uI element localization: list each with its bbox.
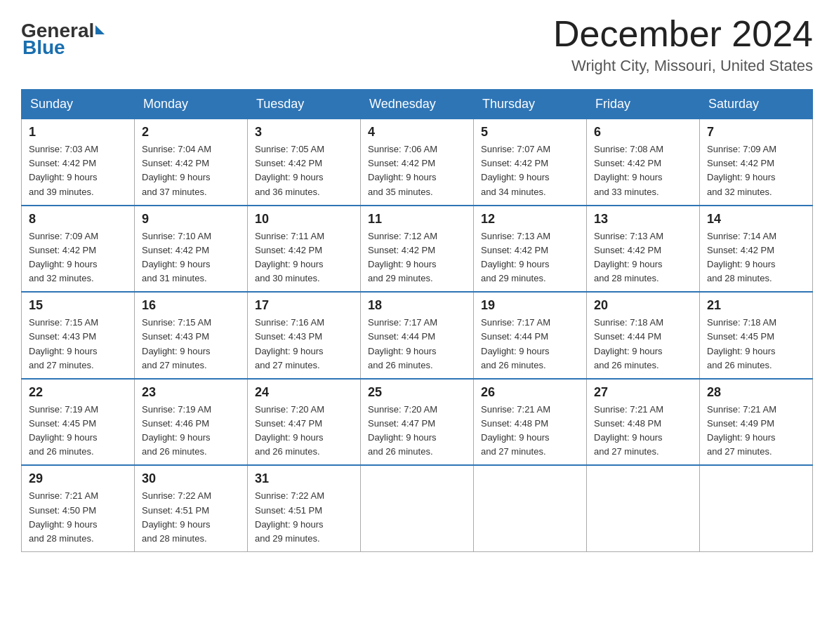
day-number: 27 bbox=[594, 385, 692, 400]
day-cell-26: 26Sunrise: 7:21 AMSunset: 4:48 PMDayligh… bbox=[474, 379, 587, 466]
day-cell-1: 1Sunrise: 7:03 AMSunset: 4:42 PMDaylight… bbox=[22, 119, 135, 206]
day-info: Sunrise: 7:21 AMSunset: 4:49 PMDaylight:… bbox=[707, 403, 805, 459]
day-number: 7 bbox=[707, 125, 805, 140]
day-number: 11 bbox=[368, 212, 466, 227]
day-header-thursday: Thursday bbox=[474, 90, 587, 119]
day-info: Sunrise: 7:16 AMSunset: 4:43 PMDaylight:… bbox=[255, 316, 353, 373]
day-header-tuesday: Tuesday bbox=[248, 90, 361, 119]
day-header-wednesday: Wednesday bbox=[361, 90, 474, 119]
logo-icon: General Blue bbox=[21, 21, 105, 58]
day-number: 19 bbox=[481, 298, 579, 313]
day-cell-21: 21Sunrise: 7:18 AMSunset: 4:45 PMDayligh… bbox=[700, 292, 813, 379]
day-info: Sunrise: 7:07 AMSunset: 4:42 PMDaylight:… bbox=[481, 142, 579, 199]
day-cell-25: 25Sunrise: 7:20 AMSunset: 4:47 PMDayligh… bbox=[361, 379, 474, 466]
day-cell-20: 20Sunrise: 7:18 AMSunset: 4:44 PMDayligh… bbox=[587, 292, 700, 379]
day-cell-28: 28Sunrise: 7:21 AMSunset: 4:49 PMDayligh… bbox=[700, 379, 813, 466]
day-info: Sunrise: 7:10 AMSunset: 4:42 PMDaylight:… bbox=[142, 229, 240, 286]
day-number: 21 bbox=[707, 298, 805, 313]
day-cell-23: 23Sunrise: 7:19 AMSunset: 4:46 PMDayligh… bbox=[135, 379, 248, 466]
day-info: Sunrise: 7:17 AMSunset: 4:44 PMDaylight:… bbox=[481, 316, 579, 373]
day-info: Sunrise: 7:22 AMSunset: 4:51 PMDaylight:… bbox=[142, 489, 240, 546]
day-number: 18 bbox=[368, 298, 466, 313]
day-info: Sunrise: 7:20 AMSunset: 4:47 PMDaylight:… bbox=[368, 403, 466, 459]
day-cell-5: 5Sunrise: 7:07 AMSunset: 4:42 PMDaylight… bbox=[474, 119, 587, 206]
day-cell-22: 22Sunrise: 7:19 AMSunset: 4:45 PMDayligh… bbox=[22, 379, 135, 466]
day-info: Sunrise: 7:20 AMSunset: 4:47 PMDaylight:… bbox=[255, 403, 353, 459]
day-number: 6 bbox=[594, 125, 692, 140]
day-header-saturday: Saturday bbox=[700, 90, 813, 119]
day-number: 12 bbox=[481, 212, 579, 227]
day-number: 8 bbox=[29, 212, 127, 227]
week-row-4: 22Sunrise: 7:19 AMSunset: 4:45 PMDayligh… bbox=[22, 379, 813, 466]
day-number: 10 bbox=[255, 212, 353, 227]
day-header-sunday: Sunday bbox=[22, 90, 135, 119]
day-info: Sunrise: 7:15 AMSunset: 4:43 PMDaylight:… bbox=[142, 316, 240, 373]
day-number: 16 bbox=[142, 298, 240, 313]
day-number: 25 bbox=[368, 385, 466, 400]
day-number: 30 bbox=[142, 471, 240, 486]
day-info: Sunrise: 7:14 AMSunset: 4:42 PMDaylight:… bbox=[707, 229, 805, 286]
day-info: Sunrise: 7:08 AMSunset: 4:42 PMDaylight:… bbox=[594, 142, 692, 199]
day-number: 22 bbox=[29, 385, 127, 400]
day-number: 17 bbox=[255, 298, 353, 313]
day-number: 24 bbox=[255, 385, 353, 400]
empty-cell bbox=[361, 465, 474, 551]
day-info: Sunrise: 7:21 AMSunset: 4:48 PMDaylight:… bbox=[481, 403, 579, 459]
day-number: 15 bbox=[29, 298, 127, 313]
calendar-table: SundayMondayTuesdayWednesdayThursdayFrid… bbox=[21, 89, 813, 552]
header: General Blue December 2024 Wright City, … bbox=[21, 14, 813, 75]
day-number: 26 bbox=[481, 385, 579, 400]
week-row-3: 15Sunrise: 7:15 AMSunset: 4:43 PMDayligh… bbox=[22, 292, 813, 379]
day-cell-29: 29Sunrise: 7:21 AMSunset: 4:50 PMDayligh… bbox=[22, 465, 135, 551]
day-cell-4: 4Sunrise: 7:06 AMSunset: 4:42 PMDaylight… bbox=[361, 119, 474, 206]
day-number: 14 bbox=[707, 212, 805, 227]
day-cell-8: 8Sunrise: 7:09 AMSunset: 4:42 PMDaylight… bbox=[22, 206, 135, 293]
day-number: 31 bbox=[255, 471, 353, 486]
day-info: Sunrise: 7:21 AMSunset: 4:50 PMDaylight:… bbox=[29, 489, 127, 546]
day-number: 1 bbox=[29, 125, 127, 140]
logo: General Blue bbox=[21, 21, 105, 58]
day-info: Sunrise: 7:18 AMSunset: 4:44 PMDaylight:… bbox=[594, 316, 692, 373]
day-info: Sunrise: 7:19 AMSunset: 4:46 PMDaylight:… bbox=[142, 403, 240, 459]
day-number: 23 bbox=[142, 385, 240, 400]
day-info: Sunrise: 7:06 AMSunset: 4:42 PMDaylight:… bbox=[368, 142, 466, 199]
day-number: 5 bbox=[481, 125, 579, 140]
day-info: Sunrise: 7:11 AMSunset: 4:42 PMDaylight:… bbox=[255, 229, 353, 286]
day-cell-17: 17Sunrise: 7:16 AMSunset: 4:43 PMDayligh… bbox=[248, 292, 361, 379]
day-cell-16: 16Sunrise: 7:15 AMSunset: 4:43 PMDayligh… bbox=[135, 292, 248, 379]
week-row-1: 1Sunrise: 7:03 AMSunset: 4:42 PMDaylight… bbox=[22, 119, 813, 206]
day-info: Sunrise: 7:09 AMSunset: 4:42 PMDaylight:… bbox=[29, 229, 127, 286]
day-cell-2: 2Sunrise: 7:04 AMSunset: 4:42 PMDaylight… bbox=[135, 119, 248, 206]
day-cell-27: 27Sunrise: 7:21 AMSunset: 4:48 PMDayligh… bbox=[587, 379, 700, 466]
day-number: 2 bbox=[142, 125, 240, 140]
day-number: 13 bbox=[594, 212, 692, 227]
week-row-2: 8Sunrise: 7:09 AMSunset: 4:42 PMDaylight… bbox=[22, 206, 813, 293]
day-cell-30: 30Sunrise: 7:22 AMSunset: 4:51 PMDayligh… bbox=[135, 465, 248, 551]
day-header-monday: Monday bbox=[135, 90, 248, 119]
day-cell-24: 24Sunrise: 7:20 AMSunset: 4:47 PMDayligh… bbox=[248, 379, 361, 466]
day-header-friday: Friday bbox=[587, 90, 700, 119]
day-header-row: SundayMondayTuesdayWednesdayThursdayFrid… bbox=[22, 90, 813, 119]
day-cell-7: 7Sunrise: 7:09 AMSunset: 4:42 PMDaylight… bbox=[700, 119, 813, 206]
week-row-5: 29Sunrise: 7:21 AMSunset: 4:50 PMDayligh… bbox=[22, 465, 813, 551]
day-info: Sunrise: 7:17 AMSunset: 4:44 PMDaylight:… bbox=[368, 316, 466, 373]
day-info: Sunrise: 7:05 AMSunset: 4:42 PMDaylight:… bbox=[255, 142, 353, 199]
title-area: December 2024 Wright City, Missouri, Uni… bbox=[553, 14, 813, 75]
day-number: 4 bbox=[368, 125, 466, 140]
day-number: 3 bbox=[255, 125, 353, 140]
day-info: Sunrise: 7:09 AMSunset: 4:42 PMDaylight:… bbox=[707, 142, 805, 199]
day-info: Sunrise: 7:21 AMSunset: 4:48 PMDaylight:… bbox=[594, 403, 692, 459]
day-cell-10: 10Sunrise: 7:11 AMSunset: 4:42 PMDayligh… bbox=[248, 206, 361, 293]
day-info: Sunrise: 7:13 AMSunset: 4:42 PMDaylight:… bbox=[594, 229, 692, 286]
day-info: Sunrise: 7:04 AMSunset: 4:42 PMDaylight:… bbox=[142, 142, 240, 199]
day-cell-9: 9Sunrise: 7:10 AMSunset: 4:42 PMDaylight… bbox=[135, 206, 248, 293]
day-info: Sunrise: 7:19 AMSunset: 4:45 PMDaylight:… bbox=[29, 403, 127, 459]
day-cell-13: 13Sunrise: 7:13 AMSunset: 4:42 PMDayligh… bbox=[587, 206, 700, 293]
day-info: Sunrise: 7:15 AMSunset: 4:43 PMDaylight:… bbox=[29, 316, 127, 373]
day-cell-3: 3Sunrise: 7:05 AMSunset: 4:42 PMDaylight… bbox=[248, 119, 361, 206]
day-cell-12: 12Sunrise: 7:13 AMSunset: 4:42 PMDayligh… bbox=[474, 206, 587, 293]
day-number: 29 bbox=[29, 471, 127, 486]
day-info: Sunrise: 7:22 AMSunset: 4:51 PMDaylight:… bbox=[255, 489, 353, 546]
calendar-title: December 2024 bbox=[553, 14, 813, 54]
day-cell-18: 18Sunrise: 7:17 AMSunset: 4:44 PMDayligh… bbox=[361, 292, 474, 379]
